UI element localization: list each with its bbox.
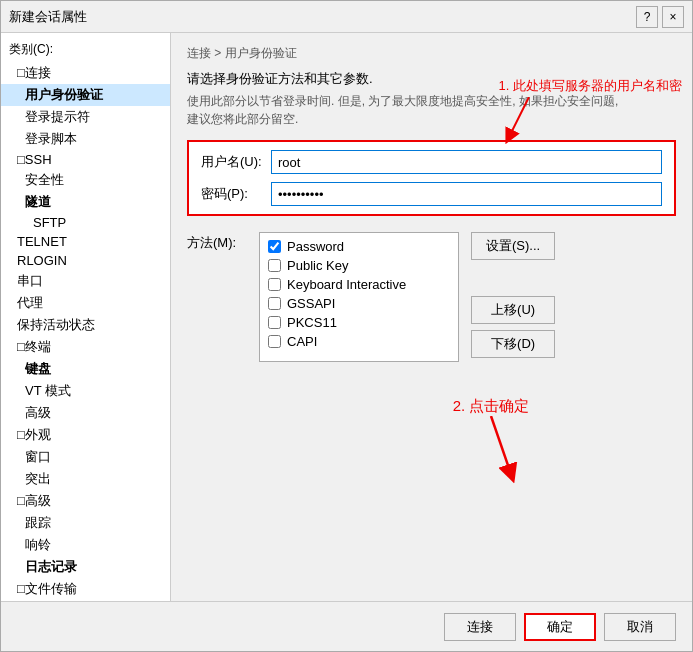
title-bar: 新建会话属性 ? × xyxy=(1,1,692,33)
settings-button[interactable]: 设置(S)... xyxy=(471,232,555,260)
sidebar-item-chuan-kou[interactable]: 串口 xyxy=(1,270,170,292)
sidebar-item-sftp[interactable]: SFTP xyxy=(1,213,170,232)
methods-label: 方法(M): xyxy=(187,232,247,362)
username-row: 用户名(U): xyxy=(201,150,662,174)
sidebar-item-an-quan[interactable]: 安全性 xyxy=(1,169,170,191)
section-desc2: 使用此部分以节省登录时间. 但是, 为了最大限度地提高安全性, 如果担心安全问题… xyxy=(187,92,676,128)
cancel-button[interactable]: 取消 xyxy=(604,613,676,641)
sidebar-item-chuang-kou[interactable]: 窗口 xyxy=(1,446,170,468)
sidebar-item-xiang-ling[interactable]: 响铃 xyxy=(1,534,170,556)
sidebar-item-ri-zhi[interactable]: 日志记录 xyxy=(1,556,170,578)
sidebar-item-dai-li[interactable]: 代理 xyxy=(1,292,170,314)
methods-buttons: 设置(S)... 上移(U) 下移(D) xyxy=(471,232,555,362)
breadcrumb: 连接 > 用户身份验证 xyxy=(187,45,676,62)
checkbox-capi[interactable] xyxy=(268,335,281,348)
methods-list: Password Public Key Keyboard Interactive… xyxy=(259,232,459,362)
main-content: 连接 > 用户身份验证 1. 此处填写服务器的用户名和密 请选择身份验证方法和其… xyxy=(171,33,692,601)
sidebar-item-gen-zong[interactable]: 跟踪 xyxy=(1,512,170,534)
ok-button[interactable]: 确定 xyxy=(524,613,596,641)
method-pkcs11[interactable]: PKCS11 xyxy=(268,315,450,330)
username-input[interactable] xyxy=(271,150,662,174)
connect-button[interactable]: 连接 xyxy=(444,613,516,641)
sidebar-label: 类别(C): xyxy=(1,37,170,62)
password-input[interactable] xyxy=(271,182,662,206)
sidebar-item-lian-jie[interactable]: □连接 xyxy=(1,62,170,84)
sidebar-item-sui-dao[interactable]: 隧道 xyxy=(1,191,170,213)
help-button[interactable]: ? xyxy=(636,6,658,28)
down-button[interactable]: 下移(D) xyxy=(471,330,555,358)
dialog-title: 新建会话属性 xyxy=(9,8,87,26)
annotation-2: 2. 点击确定 xyxy=(441,397,541,486)
method-public-key[interactable]: Public Key xyxy=(268,258,450,273)
sidebar-item-jian-pan[interactable]: 键盘 xyxy=(1,358,170,380)
sidebar-item-wen-jian[interactable]: □文件传输 xyxy=(1,578,170,600)
method-capi[interactable]: CAPI xyxy=(268,334,450,349)
sidebar-item-deng-lu[interactable]: 登录提示符 xyxy=(1,106,170,128)
checkbox-pkcs11[interactable] xyxy=(268,316,281,329)
dialog-window: 新建会话属性 ? × 类别(C): □连接 用户身份验证 登录提示符 登录脚本 … xyxy=(0,0,693,652)
sidebar-item-vt-mode[interactable]: VT 模式 xyxy=(1,380,170,402)
checkbox-keyboard[interactable] xyxy=(268,278,281,291)
method-gssapi[interactable]: GSSAPI xyxy=(268,296,450,311)
username-label: 用户名(U): xyxy=(201,153,271,171)
checkbox-gssapi[interactable] xyxy=(268,297,281,310)
sidebar-item-gao-ji2[interactable]: □高级 xyxy=(1,490,170,512)
checkbox-password[interactable] xyxy=(268,240,281,253)
dialog-body: 类别(C): □连接 用户身份验证 登录提示符 登录脚本 □SSH 安全性 隧道… xyxy=(1,33,692,601)
sidebar-item-gao-ji1[interactable]: 高级 xyxy=(1,402,170,424)
method-keyboard[interactable]: Keyboard Interactive xyxy=(268,277,450,292)
sidebar-item-bao-chi[interactable]: 保持活动状态 xyxy=(1,314,170,336)
methods-section: 方法(M): Password Public Key Keyboard Inte… xyxy=(187,232,676,362)
arrow-svg-2 xyxy=(441,416,541,486)
sidebar-item-zhong-duan[interactable]: □终端 xyxy=(1,336,170,358)
sidebar: 类别(C): □连接 用户身份验证 登录提示符 登录脚本 □SSH 安全性 隧道… xyxy=(1,33,171,601)
sidebar-item-deng-lu-jb[interactable]: 登录脚本 xyxy=(1,128,170,150)
sidebar-item-tu-chu[interactable]: 突出 xyxy=(1,468,170,490)
password-row: 密码(P): xyxy=(201,182,662,206)
sidebar-item-yong-hu[interactable]: 用户身份验证 xyxy=(1,84,170,106)
up-button[interactable]: 上移(U) xyxy=(471,296,555,324)
sidebar-item-ssh[interactable]: □SSH xyxy=(1,150,170,169)
dialog-footer: 连接 确定 取消 xyxy=(1,601,692,651)
sidebar-item-telnet[interactable]: TELNET xyxy=(1,232,170,251)
method-password[interactable]: Password xyxy=(268,239,450,254)
svg-line-1 xyxy=(491,416,511,474)
close-button[interactable]: × xyxy=(662,6,684,28)
form-box: 用户名(U): 密码(P): xyxy=(187,140,676,216)
sidebar-item-wai-guan[interactable]: □外观 xyxy=(1,424,170,446)
password-label: 密码(P): xyxy=(201,185,271,203)
section-desc1: 请选择身份验证方法和其它参数. xyxy=(187,70,676,88)
title-bar-controls: ? × xyxy=(636,6,684,28)
sidebar-item-rlogin[interactable]: RLOGIN xyxy=(1,251,170,270)
checkbox-public-key[interactable] xyxy=(268,259,281,272)
